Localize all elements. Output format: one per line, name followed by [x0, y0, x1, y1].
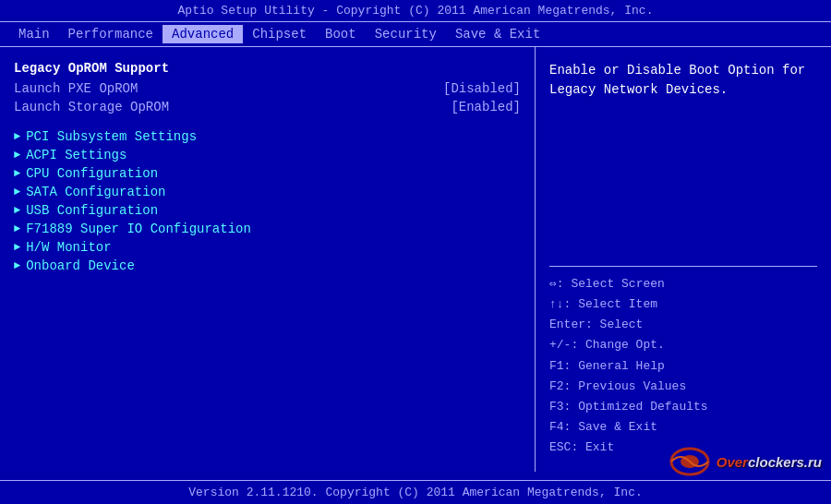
launch-storage-value: [Enabled] [451, 100, 521, 114]
menu-item-save-exit[interactable]: Save & Exit [446, 25, 549, 43]
key-select-item: ↑↓: Select Item [549, 294, 817, 315]
left-panel: Legacy OpROM Support Launch PXE OpROM [D… [0, 47, 536, 472]
launch-pxe-value: [Disabled] [443, 81, 521, 96]
help-text: Enable or Disable Boot Option for Legacy… [549, 61, 817, 258]
nav-usb-config[interactable]: ► USB Configuration [14, 203, 521, 218]
launch-storage-row[interactable]: Launch Storage OpROM [Enabled] [14, 100, 521, 114]
nav-label-usb: USB Configuration [26, 203, 158, 218]
content-area: Legacy OpROM Support Launch PXE OpROM [D… [0, 47, 831, 472]
nav-label-cpu: CPU Configuration [26, 166, 158, 181]
menu-item-security[interactable]: Security [366, 25, 446, 43]
menu-item-performance[interactable]: Performance [59, 25, 163, 43]
nav-arrow-sata: ► [14, 186, 20, 198]
nav-label-hw: H/W Monitor [26, 240, 111, 255]
nav-pci-subsystem[interactable]: ► PCI Subsystem Settings [14, 129, 521, 144]
key-change-opt: +/-: Change Opt. [549, 335, 817, 355]
nav-arrow-pci: ► [14, 130, 20, 143]
nav-arrow-hw: ► [14, 241, 20, 254]
key-help: ⇔: Select Screen ↑↓: Select Item Enter: … [549, 274, 817, 458]
nav-label-sata: SATA Configuration [26, 185, 165, 199]
nav-label-onboard: Onboard Device [26, 258, 135, 273]
launch-pxe-label: Launch PXE OpROM [14, 81, 138, 96]
section-title: Legacy OpROM Support [14, 61, 521, 76]
nav-sata-config[interactable]: ► SATA Configuration [14, 185, 521, 199]
nav-hw-monitor[interactable]: ► H/W Monitor [14, 240, 521, 255]
menu-item-advanced[interactable]: Advanced [163, 25, 243, 43]
nav-arrow-f71889: ► [14, 222, 20, 235]
title-bar: Aptio Setup Utility - Copyright (C) 2011… [0, 0, 831, 22]
menu-item-chipset[interactable]: Chipset [243, 25, 316, 43]
nav-arrow-cpu: ► [14, 167, 20, 180]
nav-label-f71889: F71889 Super IO Configuration [26, 222, 251, 236]
nav-arrow-onboard: ► [14, 259, 20, 272]
watermark-text: Overclockers.ru [717, 454, 822, 470]
key-optimized-defaults: F3: Optimized Defaults [549, 397, 817, 417]
key-enter-select: Enter: Select [549, 315, 817, 335]
key-select-screen: ⇔: Select Screen [549, 274, 817, 294]
key-previous-values: F2: Previous Values [549, 377, 817, 397]
menu-item-main[interactable]: Main [9, 25, 59, 43]
key-save-exit: F4: Save & Exit [549, 417, 817, 438]
nav-onboard-device[interactable]: ► Onboard Device [14, 258, 521, 273]
launch-storage-label: Launch Storage OpROM [14, 100, 169, 114]
nav-arrow-usb: ► [14, 204, 20, 217]
menu-item-boot[interactable]: Boot [316, 25, 366, 43]
nav-f71889[interactable]: ► F71889 Super IO Configuration [14, 222, 521, 236]
key-general-help: F1: General Help [549, 356, 817, 377]
nav-arrow-acpi: ► [14, 149, 20, 162]
overclockers-logo [668, 445, 712, 478]
menu-bar: Main Performance Advanced Chipset Boot S… [0, 22, 831, 47]
watermark: Overclockers.ru [668, 445, 822, 478]
footer: Version 2.11.1210. Copyright (C) 2011 Am… [0, 480, 831, 504]
nav-label-acpi: ACPI Settings [26, 148, 126, 162]
nav-cpu-config[interactable]: ► CPU Configuration [14, 166, 521, 181]
right-panel: Enable or Disable Boot Option for Legacy… [536, 47, 831, 472]
launch-pxe-row[interactable]: Launch PXE OpROM [Disabled] [14, 81, 521, 96]
divider-line [549, 266, 817, 267]
nav-acpi-settings[interactable]: ► ACPI Settings [14, 148, 521, 162]
nav-label-pci: PCI Subsystem Settings [26, 129, 197, 144]
